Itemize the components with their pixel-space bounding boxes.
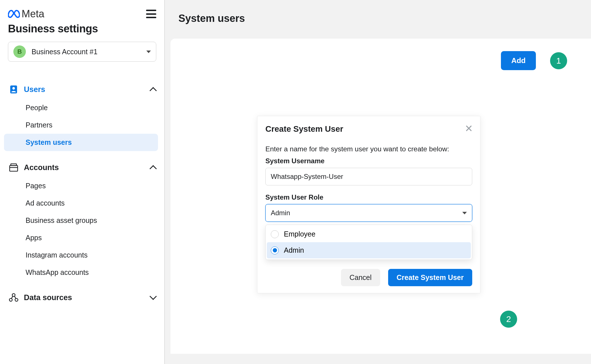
hamburger-icon[interactable] <box>146 10 156 18</box>
nav-item-apps[interactable]: Apps <box>8 229 156 246</box>
nav-item-partners[interactable]: Partners <box>8 116 156 134</box>
svg-line-9 <box>14 296 16 299</box>
main: System users Add 1 Create System User En… <box>165 0 591 364</box>
account-selector[interactable]: B Business Account #1 <box>8 42 156 62</box>
step-badge-2: 2 <box>500 311 517 328</box>
role-selected-value: Admin <box>271 209 290 217</box>
close-icon[interactable] <box>465 124 472 134</box>
nav-group-data-sources[interactable]: Data sources <box>8 290 156 305</box>
svg-point-7 <box>15 298 18 301</box>
nav-group-accounts-label: Accounts <box>24 163 59 172</box>
system-user-role-select[interactable]: Admin <box>265 204 472 222</box>
svg-point-1 <box>13 87 15 90</box>
username-label: System Username <box>265 157 472 165</box>
meta-logo[interactable]: Meta <box>8 8 44 20</box>
sidebar: Meta Business settings B Business Accoun… <box>0 0 165 364</box>
nav-group-users[interactable]: Users <box>8 82 156 97</box>
main-header: System users <box>165 0 591 39</box>
svg-line-8 <box>11 296 13 299</box>
nav-items-users: People Partners System users <box>8 99 156 151</box>
account-name: Business Account #1 <box>32 48 97 56</box>
chevron-down-icon <box>149 293 157 300</box>
modal-title: Create System User <box>265 124 343 134</box>
modal-actions: Cancel Create System User <box>265 269 472 286</box>
page-title: System users <box>178 12 577 24</box>
sidebar-top: Meta <box>8 8 156 20</box>
accounts-icon <box>9 163 19 172</box>
chevron-up-icon <box>149 165 157 172</box>
data-sources-icon <box>9 293 19 302</box>
role-option-label: Employee <box>284 230 315 238</box>
toolbar-row: Add 1 <box>501 51 567 70</box>
role-option-admin[interactable]: Admin <box>267 242 471 258</box>
sidebar-title: Business settings <box>8 23 156 35</box>
meta-wordmark: Meta <box>22 8 44 20</box>
nav-group-accounts[interactable]: Accounts <box>8 160 156 175</box>
role-dropdown-panel: Employee Admin <box>265 225 472 260</box>
radio-icon <box>271 246 279 254</box>
chevron-up-icon <box>149 87 157 94</box>
account-avatar: B <box>13 45 26 58</box>
nav-item-ad-accounts[interactable]: Ad accounts <box>8 194 156 212</box>
create-system-user-button[interactable]: Create System User <box>388 269 472 286</box>
svg-rect-2 <box>10 166 18 171</box>
nav-items-accounts: Pages Ad accounts Business asset groups … <box>8 177 156 281</box>
caret-down-icon <box>146 51 151 53</box>
svg-point-6 <box>9 298 12 301</box>
svg-point-5 <box>12 294 15 296</box>
meta-logo-icon <box>8 10 20 18</box>
nav-item-whatsapp-accounts[interactable]: WhatsApp accounts <box>8 264 156 281</box>
nav-item-instagram-accounts[interactable]: Instagram accounts <box>8 246 156 264</box>
role-option-label: Admin <box>284 246 304 254</box>
content-card: Add 1 Create System User Enter a name fo… <box>170 39 591 354</box>
role-option-employee[interactable]: Employee <box>267 226 471 242</box>
cancel-button[interactable]: Cancel <box>341 269 380 286</box>
nav-item-people[interactable]: People <box>8 99 156 116</box>
nav-group-data-sources-label: Data sources <box>24 293 72 302</box>
nav-item-system-users[interactable]: System users <box>4 134 158 151</box>
users-icon <box>9 85 19 94</box>
nav-item-pages[interactable]: Pages <box>8 177 156 194</box>
nav-group-users-label: Users <box>24 85 45 94</box>
system-username-input[interactable] <box>265 168 472 185</box>
nav-item-business-asset-groups[interactable]: Business asset groups <box>8 212 156 229</box>
add-button[interactable]: Add <box>501 51 536 70</box>
create-system-user-modal: Create System User Enter a name for the … <box>257 116 480 293</box>
role-label: System User Role <box>265 193 472 201</box>
svg-rect-3 <box>11 164 16 166</box>
caret-down-icon <box>462 212 467 214</box>
step-badge-1: 1 <box>550 52 567 69</box>
modal-description: Enter a name for the system user you wan… <box>265 145 472 153</box>
radio-icon <box>271 230 279 238</box>
